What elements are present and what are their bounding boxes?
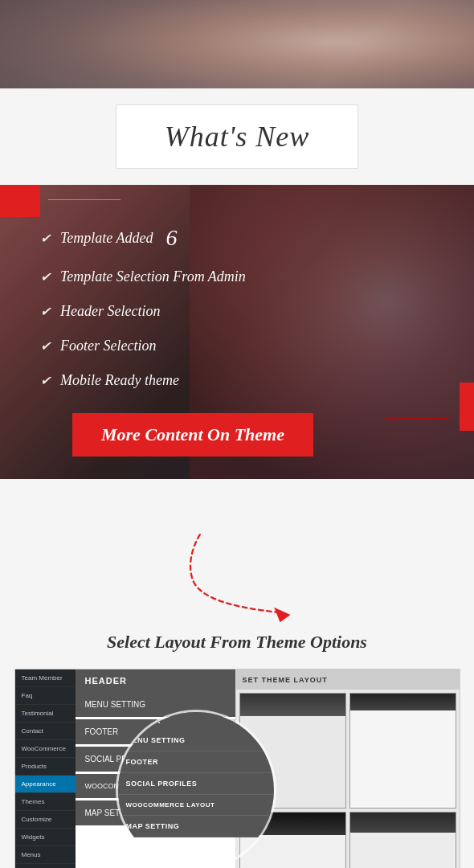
theme-screenshot: Team Member Faq Testimonial Contact WooC…	[14, 669, 460, 868]
check-icon-4: ✔	[40, 338, 51, 354]
sidebar-item: Theme Check	[15, 864, 76, 868]
page-title: What's New	[165, 121, 310, 153]
arrow-section: Select Layout From Theme Options Team Me…	[0, 479, 474, 868]
checklist-item-5-text: Mobile Ready theme	[60, 372, 179, 389]
sidebar-item: Themes	[15, 793, 76, 811]
list-item: ✔ Footer Selection	[40, 338, 434, 354]
mag-item-menu-setting: MENU SETTING	[118, 730, 274, 751]
sidebar-item: Widgets	[15, 829, 76, 846]
sidebar-item: Team Member	[15, 669, 76, 687]
sidebar-item-appearance: Appearance	[15, 776, 76, 793]
thumb-inner-2	[350, 694, 456, 808]
sidebar-item: Products	[15, 758, 76, 776]
sidebar-item: Customize	[15, 811, 76, 829]
mag-item-map-setting: MAP SETTING	[118, 816, 274, 837]
curved-arrow	[165, 527, 309, 624]
checklist-item-3-text: Header Selection	[60, 303, 160, 320]
preview-thumb-4	[349, 812, 456, 869]
theme-menu-header: HEADER	[76, 669, 235, 692]
mag-item-footer: FOOTER	[118, 751, 274, 773]
red-accent-bar	[0, 185, 40, 217]
mag-item-social-profiles: SOCIAL PROFILES	[118, 773, 274, 795]
check-icon-1: ✔	[40, 231, 51, 246]
magnifier-overlay: HEADER MENU SETTING FOOTER SOCIAL PROFIL…	[116, 710, 276, 868]
checklist-section: ✔ Template Added 6 ✔ Template Selection …	[0, 185, 474, 479]
mag-item-woocommerce: WOOCOMMERCE LAYOUT	[118, 795, 274, 816]
thumb-inner-4	[350, 813, 456, 869]
preview-header-bar: SET THEME LAYOUT	[236, 669, 460, 690]
whats-new-section: What's New	[0, 88, 474, 185]
wp-sidebar: Team Member Faq Testimonial Contact WooC…	[15, 669, 76, 868]
sidebar-item: Faq	[15, 687, 76, 705]
list-item: ✔ Header Selection	[40, 303, 434, 320]
list-item: ✔ Mobile Ready theme	[40, 372, 434, 389]
divider-top	[48, 199, 121, 200]
whats-new-box: What's New	[116, 104, 359, 169]
check-icon-2: ✔	[40, 269, 51, 285]
sidebar-item: Contact	[15, 723, 76, 740]
list-item: ✔ Template Added 6	[40, 225, 434, 251]
list-item: ✔ Template Selection From Admin	[40, 268, 434, 285]
checklist-item-1-text: Template Added	[60, 230, 153, 247]
template-count: 6	[166, 225, 178, 251]
red-accent-right	[460, 383, 474, 431]
sidebar-item: WooCommerce	[15, 740, 76, 758]
check-icon-3: ✔	[40, 304, 51, 319]
check-icon-5: ✔	[40, 373, 51, 388]
theme-main-area: HEADER MENU SETTING FOOTER SOCIAL PROFIL…	[76, 669, 460, 868]
sidebar-item: Testimonial	[15, 705, 76, 723]
svg-marker-0	[274, 608, 290, 622]
checklist-list: ✔ Template Added 6 ✔ Template Selection …	[40, 225, 434, 389]
sidebar-item: Menus	[15, 846, 76, 864]
more-content-button[interactable]: More Content On Theme	[72, 413, 313, 457]
checklist-item-2-text: Template Selection From Admin	[60, 268, 246, 285]
preview-thumb-2	[349, 693, 456, 809]
checklist-item-4-text: Footer Selection	[60, 338, 156, 354]
select-layout-label: Select Layout From Theme Options	[107, 632, 367, 653]
